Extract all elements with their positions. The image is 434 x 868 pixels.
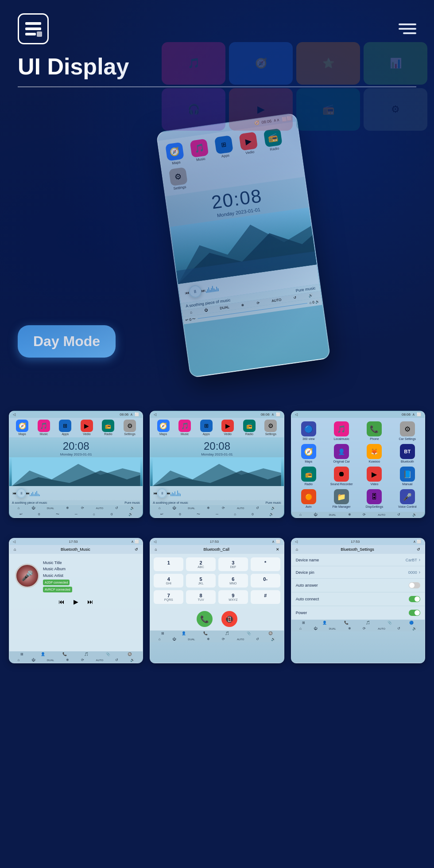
svg-rect-1 (25, 27, 41, 30)
bt-call-header: ⌂ Bluetooth_Call ✕ (150, 545, 283, 554)
bt-music-info: 🎤 Music Title Music Album Music Artist A… (13, 557, 139, 595)
svg-rect-2 (25, 33, 36, 35)
pause-btn-s1[interactable]: ⏸ (16, 488, 26, 498)
bt-music-status2: ⌂⏻DUAL❄⟳AUTO↺🔊 (9, 657, 143, 663)
screen-bt-call: ◁ 17:53 ∧ ⬜ ⌂ Bluetooth_Call ✕ 1 2ABC 3D… (150, 538, 284, 663)
app-settings[interactable]: ⚙ Settings (167, 167, 190, 191)
screen2-clock: 20:08 Monday 2023-01-01 (150, 437, 283, 457)
bt-music-text: Music Title Music Album Music Artist A2D… (43, 560, 72, 592)
app-maps-s2[interactable]: 🧭 Maps (155, 420, 172, 436)
screen1-status: ⌂⏻DUAL❄⟳AUTO↺🔊 (9, 505, 143, 511)
app-settings-s1[interactable]: ⚙ Settings (121, 420, 138, 436)
screen1-status2: ↩0〜─⌂0🔊 (9, 511, 143, 518)
dial-4[interactable]: 4GHI (154, 574, 183, 588)
app-apps-s1[interactable]: ⊞ Apps (57, 420, 74, 436)
screen2-music: ⏮ ⏸ ⏭ (150, 486, 283, 500)
bt-music-header: ⌂ Bluetooth_Music ↺ (9, 545, 143, 554)
app-music-s1[interactable]: 🎵 Music (35, 420, 52, 436)
app-originalcar[interactable]: 👤 Original Car (327, 444, 356, 463)
screen2-music-label: A soothing piece of music Pure music (150, 500, 283, 505)
app-kuwooo[interactable]: 🦊 Kuwooo (360, 444, 389, 463)
app-maps[interactable]: 🧭 Maps (163, 142, 187, 166)
app-radio[interactable]: 📻 Radio (261, 128, 285, 152)
header-top (18, 13, 416, 44)
pause-button[interactable]: ⏸ (188, 284, 202, 299)
reject-call-btn[interactable]: 📵 (221, 611, 237, 627)
next-track-btn[interactable]: ⏭ (87, 598, 93, 605)
screen2-landscape (150, 457, 283, 486)
dial-hash[interactable]: # (251, 590, 280, 604)
app-music[interactable]: 🎵 Music (188, 138, 212, 163)
dial-pad: 1 2ABC 3DEF * 4GHI 5JKL 6MNO 0- 7PQRS 8T… (150, 554, 283, 607)
play-btn[interactable]: ▶ (74, 598, 78, 605)
bt-music-controls: ⏮ ▶ ⏭ (13, 595, 139, 609)
prev-track-btn[interactable]: ⏮ (58, 598, 65, 605)
dial-6[interactable]: 6MNO (218, 574, 248, 588)
screen-bt-settings: ◁ 17:53 ∧ ⬜ ⌂ Bluetooth_Settings ↺ Devic… (291, 538, 425, 663)
bt-device-name-row[interactable]: Device name CarBT › (291, 554, 425, 566)
app-vedio-s2[interactable]: ▶ Vedio (219, 420, 236, 436)
bt-settings-header: ⌂ Bluetooth_Settings ↺ (291, 545, 425, 554)
bt-power-row[interactable]: Power (291, 606, 425, 620)
app-radio-s2[interactable]: 📻 Radio (241, 420, 258, 436)
bt-autoconnect-row[interactable]: Auto connect (291, 592, 425, 606)
app-radio-g[interactable]: 📻 Radio (294, 467, 323, 486)
album-art: 🎤 (15, 564, 39, 588)
screen-bt-music: ◁ 17:53 ∧ ⬜ ⌂ Bluetooth_Music ↺ 🎤 Music … (9, 538, 143, 663)
app-360view[interactable]: 🔵 360 view (294, 421, 323, 440)
screen2-approw: 🧭 Maps 🎵 Music ⊞ Apps ▶ Vedio 📻 Radio ⚙ (150, 418, 283, 437)
dial-star[interactable]: * (251, 557, 280, 571)
dial-5[interactable]: 5JKL (186, 574, 216, 588)
app-vedio[interactable]: ▶ Vedio (236, 132, 260, 156)
pause-btn-s2[interactable]: ⏸ (157, 488, 167, 498)
screens-row2: ◁ 17:53 ∧ ⬜ ⌂ Bluetooth_Music ↺ 🎤 Music … (0, 529, 434, 672)
svg-rect-3 (37, 31, 42, 37)
bt-music-topbar: ◁ 17:53 ∧ ⬜ (9, 538, 143, 545)
app-localmusic[interactable]: 🎵 Localmusic (327, 421, 356, 440)
dial-8[interactable]: 8TUV (186, 590, 216, 604)
dial-0dash[interactable]: 0- (251, 574, 280, 588)
auto-answer-toggle[interactable] (409, 582, 420, 588)
app-apps-s2[interactable]: ⊞ Apps (198, 420, 215, 436)
app-manual[interactable]: 📘 Manual (393, 467, 422, 486)
app-maps-s1[interactable]: 🧭 Maps (14, 420, 31, 436)
screen2-topbar: ◁ 08:06 ∧⬜ (150, 411, 283, 418)
app-video[interactable]: ▶ Video (360, 467, 389, 486)
dial-2[interactable]: 2ABC (186, 557, 216, 571)
app-maps-g[interactable]: 🧭 Maps (294, 444, 323, 463)
app-phone[interactable]: 📞 Phone (360, 421, 389, 440)
screen2-status: ⌂⏻DUAL❄⟳AUTO↺🔊 (150, 505, 283, 511)
bt-music-status: ⊞👤📞🎵📎🔘 (9, 651, 143, 657)
dial-7[interactable]: 7PQRS (154, 590, 183, 604)
screen2-status2: ↩0〜─⌂0🔊 (150, 511, 283, 518)
app-vedio-s1[interactable]: ▶ Vedio (78, 420, 95, 436)
dial-9[interactable]: 9WXYZ (218, 590, 248, 604)
menu-button[interactable] (399, 23, 416, 34)
app-avin[interactable]: 🟠 Avin (294, 489, 323, 508)
app-settings-s2[interactable]: ⚙ Settings (262, 420, 279, 436)
power-toggle[interactable] (409, 610, 420, 616)
divider (18, 86, 416, 87)
bt-autoanswer-row[interactable]: Auto answer (291, 579, 425, 592)
bt-settings-status: ⊞👤📞🎵📎🔵 (291, 620, 425, 626)
auto-connect-toggle[interactable] (409, 596, 420, 602)
bt-music-body: 🎤 Music Title Music Album Music Artist A… (9, 554, 143, 651)
screen3-topbar: ◁ 08:06 ∧⬜ (291, 411, 425, 418)
app-dispsettings[interactable]: 🎛 DispSettings (360, 489, 389, 508)
accept-call-btn[interactable]: 📞 (197, 611, 213, 627)
app-voicecontrol[interactable]: 🎤 Voice Control (393, 489, 422, 508)
app-music-s2[interactable]: 🎵 Music (176, 420, 193, 436)
app-bluetooth[interactable]: BT Bluetooth (393, 444, 422, 463)
app-carsettings[interactable]: ⚙ Car Settings (393, 421, 422, 440)
bt-settings-topbar: ◁ 17:53 ∧ ⬜ (291, 538, 425, 545)
bt-call-status2: ⌂⏻DUAL❄⟳AUTO↺🔊 (150, 636, 283, 642)
screen1-music: ⏮ ⏸ ⏭ (9, 486, 143, 500)
app-filemanager[interactable]: 📁 File Manager (327, 489, 356, 508)
screen-app-grid: ◁ 08:06 ∧⬜ 🔵 360 view 🎵 Localmusic 📞 Pho… (291, 411, 425, 518)
bt-device-pin-row[interactable]: Device pin 0000 › (291, 566, 425, 579)
app-apps[interactable]: ⊞ Apps (212, 135, 236, 159)
dial-1[interactable]: 1 (154, 557, 183, 571)
app-recorder[interactable]: ⏺ Sound Recorder (327, 467, 356, 486)
dial-3[interactable]: 3DEF (218, 557, 248, 571)
app-radio-s1[interactable]: 📻 Radio (100, 420, 116, 436)
